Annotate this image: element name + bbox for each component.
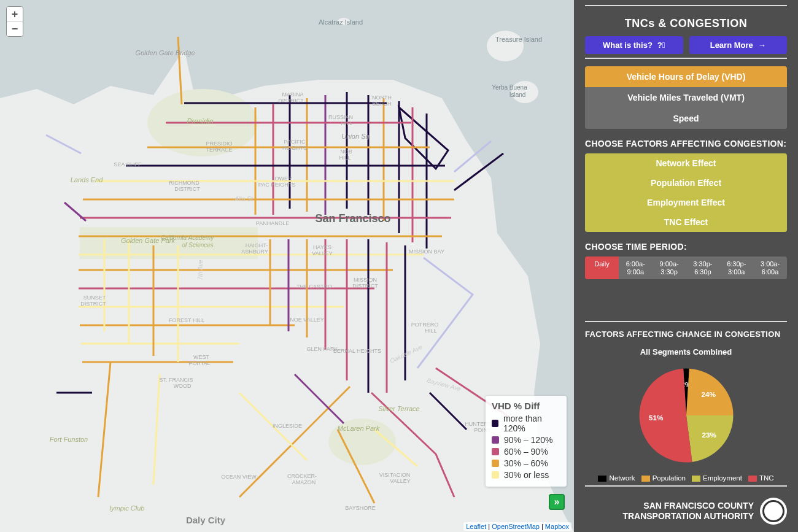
- divider: [585, 321, 787, 322]
- factor-button[interactable]: Network Effect: [585, 153, 787, 173]
- map-label: Union Sq: [341, 133, 370, 140]
- map-label: SEA CLIFF: [114, 161, 142, 168]
- legend-row: more than 120%: [492, 414, 560, 433]
- what-is-this-button[interactable]: What is this? ?⃝: [585, 36, 683, 54]
- map-label: VISITACION: [379, 472, 410, 478]
- agency-logo-icon: [760, 498, 787, 525]
- metric-button[interactable]: Vehicle Hours of Delay (VHD): [585, 66, 787, 87]
- map-label: HAIGHT-: [246, 242, 268, 249]
- map-label: VALLEY: [312, 250, 332, 256]
- map-label: San Francisco: [315, 212, 390, 225]
- map-label: Alta St: [234, 196, 254, 202]
- map-label: RICHMOND: [169, 180, 200, 186]
- map-label: BEACH: [372, 101, 391, 107]
- map-label: BAYSHORE: [345, 505, 375, 511]
- pie-legend-item: TNC: [748, 474, 774, 482]
- pie-legend-item: Employment: [692, 474, 742, 482]
- map-label: BERNAL HEIGHTS: [333, 348, 381, 354]
- map-label: FOREST HILL: [169, 317, 204, 323]
- pie-legend-swatch-icon: [598, 476, 606, 482]
- map-label: POTRERO: [411, 322, 439, 328]
- sidebar-title: TNCs & CONGESTION: [585, 17, 787, 30]
- mapbox-link[interactable]: Mapbox: [545, 523, 569, 530]
- divider: [585, 485, 787, 487]
- map-label: SUNSET: [83, 295, 106, 301]
- legend-row: 60% – 90%: [492, 447, 560, 457]
- divider: [585, 5, 787, 6]
- sidebar: TNCs & CONGESTION What is this? ?⃝ Learn…: [574, 0, 798, 532]
- legend-swatch-icon: [492, 436, 499, 444]
- map-label: HILL: [341, 120, 352, 126]
- legend-title: VHD % Diff: [492, 401, 560, 411]
- time-button[interactable]: Daily: [585, 256, 619, 279]
- legend-row: 30% or less: [492, 470, 560, 480]
- map-label: NORTH: [372, 94, 392, 101]
- map-label: Lands End: [71, 176, 103, 183]
- zoom-controls: + −: [6, 6, 23, 37]
- pie-value: 51%: [649, 414, 664, 422]
- map-label: AMAZON: [292, 479, 316, 485]
- map-label: INGLESIDE: [273, 423, 302, 429]
- map-label: PANHANDLE: [256, 220, 289, 226]
- map-label: lympic Club: [110, 504, 145, 512]
- learn-more-button[interactable]: Learn More →: [689, 36, 788, 54]
- map-label: Island: [509, 91, 526, 98]
- time-button[interactable]: 6:30p-3:00a: [719, 256, 753, 279]
- time-button[interactable]: 3:30p-6:30p: [686, 256, 719, 279]
- map-label: ST. FRANCIS: [159, 377, 193, 383]
- divider: [585, 58, 787, 59]
- time-button[interactable]: 9:00a-3:30p: [653, 256, 686, 279]
- pie-legend-item: Network: [598, 474, 635, 482]
- map-area[interactable]: Alcatraz IslandTreasure IslandSan Franci…: [0, 0, 574, 532]
- pie-value: 24%: [701, 390, 716, 398]
- metric-button[interactable]: Vehicle Miles Traveled (VMT): [585, 87, 787, 108]
- pie-legend: NetworkPopulationEmploymentTNC: [585, 474, 787, 482]
- arrow-right-icon: →: [758, 40, 766, 50]
- map-label: THE CASTRO: [296, 283, 332, 290]
- legend-row: 90% – 120%: [492, 435, 560, 445]
- map-label: Alcatraz Island: [319, 18, 363, 26]
- footer-line1: SAN FRANCISCO COUNTY: [622, 501, 754, 512]
- pie-legend-swatch-icon: [748, 476, 757, 482]
- map-label: PAC HEIGHTS: [258, 182, 295, 188]
- pie-title: All Segments Combined: [585, 347, 787, 357]
- map-label: LOWER: [271, 175, 292, 182]
- footer-line2: TRANSPORTATION AUTHORITY: [622, 511, 754, 522]
- zoom-in-button[interactable]: +: [7, 7, 23, 21]
- map-label: ASHBURY: [241, 249, 268, 255]
- map-label: Golden Gate Bridge: [135, 49, 195, 56]
- map-label: Fort Funston: [50, 436, 88, 443]
- chevron-right-icon: »: [554, 496, 560, 507]
- time-button[interactable]: 6:00a-9:00a: [619, 256, 653, 279]
- legend-swatch-icon: [492, 471, 499, 479]
- map-label: CROCKER-: [287, 473, 317, 479]
- time-button[interactable]: 3:00a-6:00a: [753, 256, 787, 279]
- pie-legend-item: Population: [641, 474, 686, 482]
- legend-swatch-icon: [492, 448, 499, 455]
- map-label: DISTRICT: [278, 98, 304, 104]
- factor-button[interactable]: Population Effect: [585, 173, 787, 193]
- osm-link[interactable]: OpenStreetMap: [492, 523, 540, 530]
- map-label: MISSION BAY: [409, 249, 444, 255]
- map-label: HAYES: [313, 244, 331, 250]
- collapse-sidebar-button[interactable]: »: [549, 494, 565, 510]
- metric-button[interactable]: Speed: [585, 108, 787, 129]
- pie-legend-swatch-icon: [692, 476, 700, 482]
- map-label: OCEAN VIEW: [221, 474, 257, 480]
- map-label: Treasure Island: [495, 36, 542, 43]
- metric-group: Vehicle Hours of Delay (VHD)Vehicle Mile…: [585, 66, 787, 129]
- factor-button[interactable]: Employment Effect: [585, 193, 787, 212]
- map-label: VALLEY: [390, 478, 410, 484]
- zoom-out-button[interactable]: −: [7, 21, 23, 36]
- map-label: WOOD: [174, 383, 192, 389]
- leaflet-link[interactable]: Leaflet: [466, 523, 486, 530]
- factors-section-label: CHOOSE FACTORS AFFECTING CONGESTION:: [585, 139, 787, 148]
- map-label: PORTAL: [188, 360, 210, 366]
- factor-button[interactable]: TNC Effect: [585, 212, 787, 232]
- map-label: TERRACE: [206, 147, 232, 153]
- map-attribution: Leaflet | OpenStreetMap | Mapbox: [463, 522, 571, 531]
- map-label: PRESIDIO: [206, 141, 232, 147]
- map-label: McLaren Park: [338, 425, 380, 432]
- map-label: of Sciences: [182, 242, 214, 249]
- pie-chart: 2%24%23%51%: [585, 360, 787, 471]
